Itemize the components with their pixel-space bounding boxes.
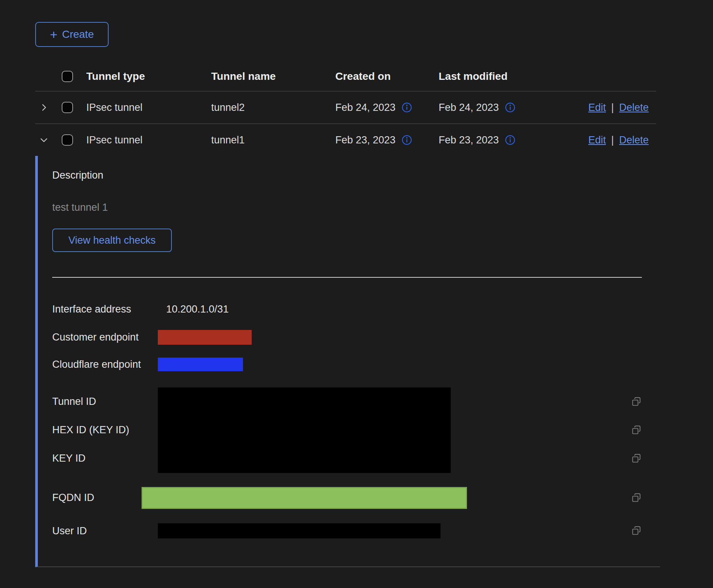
cell-tunnel-name: tunnel1	[211, 134, 335, 146]
cloudflare-endpoint-redacted-value	[158, 358, 243, 371]
user-id-row: User ID	[52, 520, 642, 542]
delete-tunnel2-link[interactable]: Delete	[619, 102, 649, 114]
table-row-tunnel2: IPsec tunnel tunnel2 Feb 24, 2023 Feb 24…	[35, 92, 656, 123]
created-info-icon[interactable]	[402, 102, 412, 113]
copy-tunnel-id-button[interactable]	[630, 396, 642, 408]
id-fields-group: Tunnel ID HEX ID (KEY ID) KEY ID	[52, 387, 642, 473]
cell-tunnel-name: tunnel2	[211, 102, 335, 114]
cell-last-modified: Feb 23, 2023	[439, 134, 499, 146]
modified-info-icon[interactable]	[505, 135, 515, 145]
tunnel-id-label: Tunnel ID	[52, 387, 158, 416]
copy-icon	[630, 453, 642, 464]
key-id-label: KEY ID	[52, 444, 158, 473]
copy-user-id-button[interactable]	[630, 525, 642, 537]
action-separator: |	[611, 102, 614, 114]
table-row-tunnel1: IPsec tunnel tunnel1 Feb 23, 2023 Feb 23…	[35, 124, 656, 156]
copy-icon	[630, 425, 642, 436]
panel-divider	[52, 277, 642, 278]
description-label: Description	[52, 170, 642, 181]
action-separator: |	[611, 134, 614, 146]
fqdn-id-row: FQDN ID	[52, 481, 642, 514]
copy-icon	[630, 396, 642, 408]
copy-fqdn-id-button[interactable]	[630, 492, 642, 504]
cell-tunnel-type: IPsec tunnel	[86, 134, 211, 146]
select-all-checkbox[interactable]	[62, 71, 73, 82]
collapse-row-button[interactable]	[39, 135, 49, 145]
tunnels-page: + Create Tunnel type Tunnel name Created…	[0, 0, 713, 588]
table-header-row: Tunnel type Tunnel name Created on Last …	[35, 62, 656, 91]
cell-tunnel-type: IPsec tunnel	[86, 102, 211, 114]
header-tunnel-type: Tunnel type	[86, 70, 211, 82]
customer-endpoint-label: Customer endpoint	[52, 331, 158, 343]
interface-address-row: Interface address 10.200.1.0/31	[52, 295, 642, 323]
tunnel-fields: Interface address 10.200.1.0/31 Customer…	[52, 295, 642, 542]
user-id-redacted-value	[158, 523, 441, 538]
copy-key-id-button[interactable]	[630, 453, 642, 464]
chevron-down-icon	[39, 135, 49, 145]
create-button[interactable]: + Create	[35, 22, 109, 47]
cell-last-modified: Feb 24, 2023	[439, 102, 499, 114]
view-health-checks-button[interactable]: View health checks	[52, 229, 172, 252]
customer-endpoint-row: Customer endpoint	[52, 323, 642, 351]
copy-hex-id-button[interactable]	[630, 425, 642, 436]
cell-created-on: Feb 23, 2023	[335, 134, 395, 146]
customer-endpoint-redacted-value	[158, 330, 252, 345]
delete-tunnel1-link[interactable]: Delete	[619, 134, 649, 146]
ids-redacted-value	[158, 387, 451, 473]
row-checkbox-tunnel2[interactable]	[62, 102, 73, 113]
hex-id-label: HEX ID (KEY ID)	[52, 416, 158, 444]
description-value: test tunnel 1	[52, 202, 642, 213]
edit-tunnel2-link[interactable]: Edit	[588, 102, 606, 114]
header-tunnel-name: Tunnel name	[211, 70, 335, 82]
copy-icon	[630, 525, 642, 537]
tunnel1-details-panel: Description test tunnel 1 View health ch…	[35, 156, 660, 567]
chevron-right-icon	[39, 103, 49, 112]
created-info-icon[interactable]	[402, 135, 412, 145]
row-checkbox-tunnel1[interactable]	[62, 134, 73, 146]
user-id-label: User ID	[52, 525, 158, 537]
modified-info-icon[interactable]	[505, 102, 515, 113]
interface-address-label: Interface address	[52, 303, 158, 315]
interface-address-value: 10.200.1.0/31	[158, 303, 229, 315]
fqdn-id-redacted-value	[142, 487, 467, 509]
header-last-modified: Last modified	[439, 70, 583, 82]
header-created-on: Created on	[335, 70, 439, 82]
cell-created-on: Feb 24, 2023	[335, 102, 395, 114]
tunnels-table: Tunnel type Tunnel name Created on Last …	[35, 62, 656, 567]
expand-row-button[interactable]	[39, 103, 49, 112]
create-button-label: Create	[62, 28, 94, 40]
plus-icon: +	[50, 28, 58, 41]
edit-tunnel1-link[interactable]: Edit	[588, 134, 606, 146]
cloudflare-endpoint-row: Cloudflare endpoint	[52, 351, 642, 378]
cloudflare-endpoint-label: Cloudflare endpoint	[52, 359, 158, 370]
copy-icon	[630, 492, 642, 504]
